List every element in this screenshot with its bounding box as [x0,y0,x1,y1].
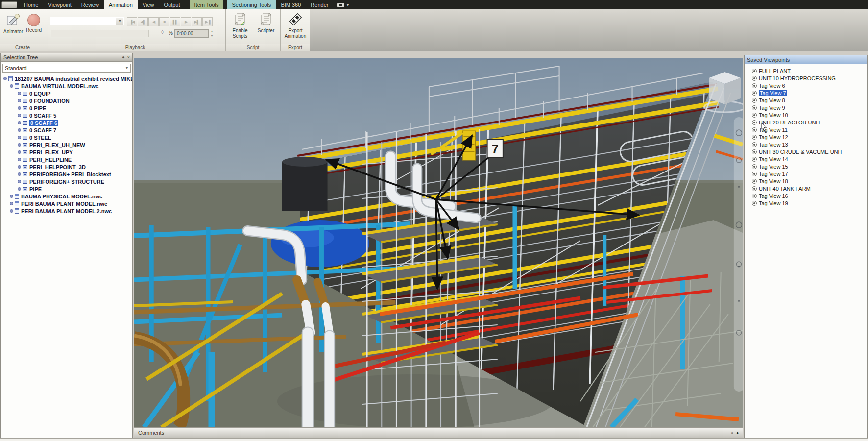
tree-item[interactable]: PERIFOREIGN+ STRUCTURE [1,178,132,185]
enable-scripts-button[interactable]: ✓ Enable Scripts [228,11,252,39]
viewpoint-item[interactable]: Tag View 8 [752,97,867,104]
step-back-button[interactable]: ◀▌ [138,17,148,26]
tree-mode-dropdown[interactable]: Standard ▼ [2,64,131,73]
viewpoint-item[interactable]: Tag View 9 [752,104,867,111]
tab-review[interactable]: Review [76,0,104,9]
viewpoint-item[interactable]: Tag View 10 [752,111,867,119]
tab-sectioning-tools[interactable]: Sectioning Tools [227,0,276,9]
tree-item-selected[interactable]: 0 SCAFF 6 [1,119,132,126]
viewpoint-icon [752,164,757,169]
comments-label: Comments [138,430,164,436]
layer-icon [23,143,27,147]
tree-item[interactable]: PIPE [1,185,132,193]
go-to-start-button[interactable]: ▐◀ [127,17,137,26]
export-animation-button[interactable]: Export Animation [282,11,309,39]
selection-tree-list: 181207 BAUMA industrial exhibit revised … [1,74,132,437]
video-capture-menu[interactable]: ▼ [337,0,349,9]
comments-bar[interactable]: Comments ● ● [134,427,743,438]
tree-item[interactable]: PERI BAUMA PLANT MODEL.nwc [1,200,132,207]
layer-dot-icon [18,165,21,169]
viewpoint-item[interactable]: UNIT 10 HYDROPROCESSING [752,74,867,82]
viewpoint-item-selected[interactable]: Tag View 7 [752,89,867,97]
animation-select-dropdown[interactable]: ▼ [50,17,124,25]
stop-button[interactable]: ■ [159,17,169,26]
viewpoint-item[interactable]: Tag View 12 [752,133,867,141]
tree-item[interactable]: 0 STEEL [1,134,132,141]
percent-label: % [169,30,173,36]
tab-view[interactable]: View [138,0,159,9]
saved-viewpoints-panel: Saved Viewpoints FULL PLANT. UNIT 10 HYD… [744,55,868,438]
tree-item-root[interactable]: 181207 BAUMA industrial exhibit revised … [1,75,132,82]
go-to-end-button[interactable]: ▶▐ [202,17,213,26]
viewpoint-item[interactable]: Tag View 15 [752,163,867,170]
tree-item[interactable]: 0 SCAFF 5 [1,112,132,119]
animation-position-slider[interactable] [51,30,149,37]
tab-render[interactable]: Render [306,0,333,9]
layer-dot-icon [18,136,21,139]
pause-button[interactable]: ▌▌ [170,17,180,26]
tree-item[interactable]: PERI BAUMA PLANT MODEL 2.nwc [1,207,132,215]
viewpoint-item[interactable]: Tag View 19 [752,199,867,207]
play-button[interactable]: ▶ [181,17,191,26]
record-icon [27,14,40,26]
tree-item[interactable]: PERI_HELPLINE [1,156,132,163]
ribbon-group-create: Animator Record Create [0,9,45,51]
viewpoint-item[interactable]: Tag View 17 [752,170,867,177]
ribbon-group-script: ✓ Enable Scripts Sc [226,9,281,51]
tab-home[interactable]: Home [19,0,43,9]
tab-output[interactable]: Output [159,0,185,9]
scripter-button[interactable]: Scripter [254,11,278,33]
play-reverse-button[interactable]: ◀ [148,17,159,26]
tree-item[interactable]: 0 SCAFF 7 [1,126,132,134]
viewpoint-item[interactable]: UNIT 40 TANK FARM [752,185,867,192]
close-icon[interactable]: × [127,55,130,60]
tree-item[interactable]: PERI_FLEX_UH_NEW [1,141,132,148]
tree-item[interactable]: 0 EQUIP [1,90,132,97]
tree-item[interactable]: 0 FOUNDATION [1,97,132,104]
tree-item[interactable]: 0 PIPE [1,104,132,112]
tree-item[interactable]: BAUMA PHYSICAL MODEL.nwc [1,193,132,200]
file-icon [15,83,19,89]
viewpoint-item[interactable]: Tag View 14 [752,155,867,163]
viewpoint-icon [752,120,757,125]
group-label-script: Script [226,44,280,51]
viewcube[interactable] [704,72,743,112]
tree-item[interactable]: PERIFOREIGN+ PERI_Blocktext [1,171,132,178]
film-export-icon [288,11,303,27]
tab-viewpoint[interactable]: Viewpoint [43,0,76,9]
position-marker-icon: ◊ [161,29,164,35]
viewpoint-item[interactable]: Tag View 16 [752,192,867,199]
viewpoint-item[interactable]: Tag View 13 [752,141,867,148]
viewpoint-item[interactable]: UNIT 30 CRUDE & VACUME UNIT [752,148,867,155]
scroll-check-icon: ✓ [232,11,248,27]
viewpoint-item[interactable]: UNIT 20 REACTOR UNIT [752,119,867,126]
tree-item[interactable]: PERI_FLEX_UPY [1,148,132,156]
time-spinner[interactable]: ▲▼ [210,29,214,38]
application-menu-button[interactable] [1,1,17,8]
viewport-3d[interactable]: 7 [134,58,743,427]
viewpoint-item[interactable]: Tag View 11 [752,126,867,133]
comments-collapse-icon[interactable]: ● [731,431,733,435]
tree-item[interactable]: PERI_HELPPOINT_3D [1,163,132,171]
layer-dot-icon [18,92,21,95]
viewpoint-icon [752,201,757,206]
step-forward-button[interactable]: ▶▌ [192,17,202,26]
time-position-field[interactable]: 0:00.00 [174,29,209,38]
layer-icon [23,165,27,169]
viewpoint-item[interactable]: Tag View 6 [752,82,867,89]
viewpoint-item[interactable]: Tag View 18 [752,177,867,185]
animator-button[interactable]: Animator [2,12,24,34]
pin-icon[interactable]: ● [122,55,124,60]
tree-item[interactable]: BAUMA VIRTUAL MODEL.nwc [1,82,132,90]
viewport-panel: 7 [134,58,743,438]
navigation-bar[interactable] [734,117,743,392]
tab-animation[interactable]: Animation [104,0,138,9]
spin-down-icon: ▼ [210,34,214,38]
tab-bim-360[interactable]: BIM 360 [276,0,306,9]
viewpoint-item[interactable]: FULL PLANT. [752,67,867,74]
record-button[interactable]: Record [24,12,44,33]
tab-item-tools[interactable]: Item Tools [190,0,224,9]
viewpoint-icon [752,91,757,96]
comments-options-icon[interactable]: ● [736,431,739,435]
model-dot-icon [10,202,13,205]
